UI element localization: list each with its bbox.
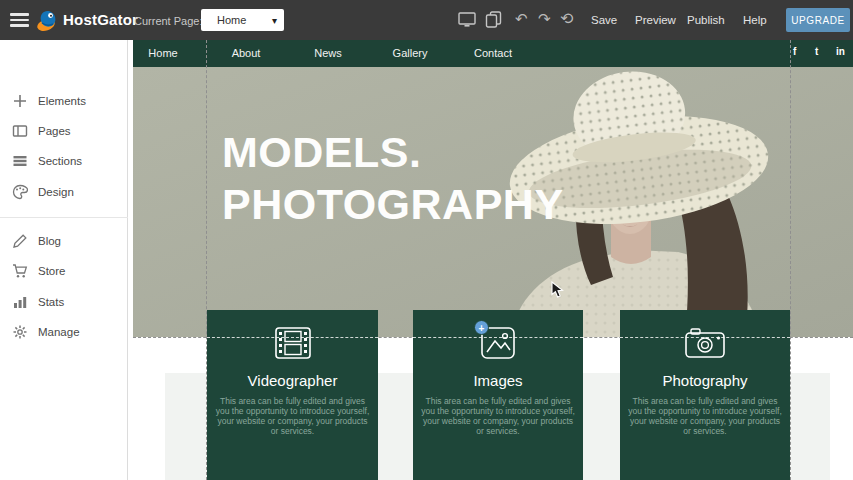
sidebar-divider: [0, 217, 128, 218]
sidebar-item-label: Manage: [38, 326, 80, 338]
sections-icon: [12, 153, 28, 169]
stats-icon: [12, 294, 28, 310]
current-page-label: Current Page:: [134, 15, 202, 27]
nav-item-about[interactable]: About: [232, 47, 261, 59]
card-description: This area can be fully edited and gives …: [421, 396, 575, 436]
pages-icon: [12, 123, 28, 139]
hero-title-line1: MODELS.: [222, 126, 564, 178]
facebook-icon[interactable]: f: [793, 46, 796, 57]
twitter-icon[interactable]: t: [815, 46, 818, 57]
card-images[interactable]: + Images This area can be fully edited a…: [413, 310, 583, 480]
sidebar-item-stats[interactable]: Stats: [0, 291, 128, 313]
hero-title-line2: PHOTOGRAPHY: [222, 178, 564, 230]
preview-button[interactable]: Preview: [635, 14, 676, 26]
menu-icon[interactable]: [10, 13, 29, 27]
help-button[interactable]: Help: [743, 14, 767, 26]
top-toolbar: HostGator Current Page: Home ▾ ↶ ↷ ⟲ Sav…: [0, 0, 853, 40]
sidebar-item-elements[interactable]: Elements: [0, 90, 128, 112]
nav-item-news[interactable]: News: [314, 47, 342, 59]
sidebar-item-label: Elements: [38, 95, 86, 107]
add-image-badge-icon[interactable]: +: [474, 320, 489, 335]
sidebar-item-label: Store: [38, 265, 66, 277]
hostgator-logo-icon: [36, 8, 60, 32]
sidebar-item-label: Blog: [38, 235, 61, 247]
element-boundary-guide-right: [790, 40, 791, 480]
sidebar-item-manage[interactable]: Manage: [0, 321, 128, 343]
site-navbar: Home About News Gallery Contact f t in: [133, 40, 853, 67]
sidebar-item-pages[interactable]: Pages: [0, 120, 128, 142]
nav-item-contact[interactable]: Contact: [474, 47, 512, 59]
redo-icon[interactable]: ↷: [538, 11, 551, 26]
mobile-preview-icon[interactable]: [485, 11, 502, 28]
brand-name: HostGator: [63, 11, 138, 28]
card-title: Images: [413, 372, 583, 389]
nav-item-gallery[interactable]: Gallery: [393, 47, 428, 59]
card-title: Videographer: [207, 372, 378, 389]
save-button[interactable]: Save: [591, 14, 617, 26]
desktop-preview-icon[interactable]: [458, 12, 476, 28]
sidebar-item-label: Sections: [38, 155, 82, 167]
undo-icon[interactable]: ↶: [515, 11, 528, 26]
card-description: This area can be fully edited and gives …: [216, 396, 370, 436]
sidebar-item-store[interactable]: Store: [0, 260, 128, 282]
sidebar-item-blog[interactable]: Blog: [0, 230, 128, 252]
pencil-icon: [12, 233, 28, 249]
card-description: This area can be fully edited and gives …: [628, 396, 782, 436]
card-photography[interactable]: Photography This area can be fully edite…: [620, 310, 790, 480]
palette-icon: [12, 184, 28, 200]
editor-sidebar: Elements Pages Sections Design: [0, 40, 128, 480]
linkedin-icon[interactable]: in: [836, 46, 845, 57]
plus-icon: [12, 93, 28, 109]
history-icon[interactable]: ⟲: [560, 11, 573, 26]
page-dropdown[interactable]: Home ▾: [201, 9, 284, 31]
film-icon: [275, 327, 311, 359]
sidebar-item-label: Pages: [38, 125, 71, 137]
upgrade-button[interactable]: UPGRADE: [786, 8, 850, 32]
sidebar-item-sections[interactable]: Sections: [0, 150, 128, 172]
page-dropdown-value: Home: [217, 14, 246, 26]
hero-image[interactable]: MODELS. PHOTOGRAPHY: [133, 67, 853, 337]
gear-icon: [12, 324, 28, 340]
card-title: Photography: [620, 372, 790, 389]
chevron-down-icon: ▾: [272, 15, 277, 26]
app-window: HostGator Current Page: Home ▾ ↶ ↷ ⟲ Sav…: [0, 0, 853, 480]
sidebar-item-label: Design: [38, 186, 74, 198]
publish-button[interactable]: Publish: [687, 14, 725, 26]
nav-item-home[interactable]: Home: [148, 47, 177, 59]
camera-icon: [685, 327, 725, 359]
cart-icon: [12, 263, 28, 279]
element-boundary-guide-left: [206, 40, 207, 480]
hero-title[interactable]: MODELS. PHOTOGRAPHY: [222, 126, 564, 230]
card-videographer[interactable]: Videographer This area can be fully edit…: [207, 310, 378, 480]
sidebar-item-design[interactable]: Design: [0, 181, 128, 203]
sidebar-item-label: Stats: [38, 296, 64, 308]
